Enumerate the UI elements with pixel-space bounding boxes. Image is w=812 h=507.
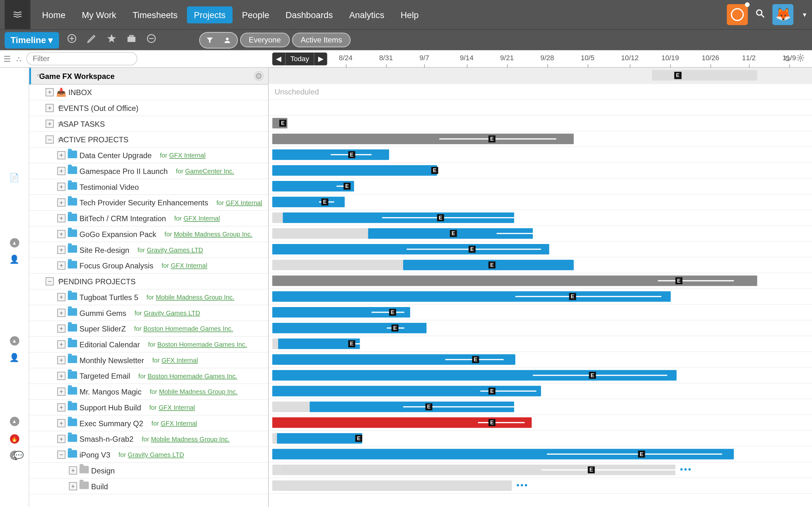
tree-row[interactable]: +Targeted Emailfor Boston Homemade Games… xyxy=(29,368,268,384)
gantt-bar-pre[interactable] xyxy=(272,481,281,491)
more-indicator-icon[interactable]: ••• xyxy=(680,464,692,474)
gantt-bar[interactable]: E xyxy=(272,307,410,318)
client-link[interactable]: GFX Internal xyxy=(171,262,207,269)
expand-toggle[interactable]: + xyxy=(46,88,54,96)
gantt-bar[interactable]: E xyxy=(403,260,574,270)
gantt-bar-pre[interactable] xyxy=(272,338,278,349)
tree-row[interactable]: −iPong V3for Gravity Games LTD xyxy=(29,447,268,463)
gantt-bar[interactable]: E xyxy=(272,386,541,396)
hierarchy-icon[interactable]: ⛬ xyxy=(14,54,23,63)
gantt-bar[interactable]: E xyxy=(272,370,676,381)
gantt-bar[interactable]: E xyxy=(278,338,360,349)
nav-timesheets[interactable]: Timesheets xyxy=(125,6,185,23)
gantt-bar-pre[interactable] xyxy=(272,212,283,223)
expand-toggle[interactable]: − xyxy=(46,135,54,144)
gantt-bar[interactable]: E xyxy=(272,291,670,302)
client-link[interactable]: GFX Internal xyxy=(183,215,220,222)
gantt-bar[interactable]: E xyxy=(272,275,757,286)
client-link[interactable]: Mobile Madness Group Inc. xyxy=(156,294,235,301)
add-button[interactable] xyxy=(65,33,79,47)
client-link[interactable]: Mobile Madness Group Inc. xyxy=(151,435,230,442)
expand-toggle[interactable]: + xyxy=(57,199,66,207)
client-link[interactable]: GFX Internal xyxy=(159,404,195,411)
tree-row[interactable]: +Monthly Newsletterfor GFX Internal xyxy=(29,353,268,369)
gantt-bar[interactable]: E xyxy=(310,401,514,412)
client-link[interactable]: Mobile Madness Group Inc. xyxy=(174,231,252,238)
client-link[interactable]: Gravity Games LTD xyxy=(128,451,184,458)
gutter-status-icon[interactable]: 👤 xyxy=(9,255,19,264)
client-link[interactable]: GFX Internal xyxy=(226,199,262,206)
gutter-status-icon[interactable]: ▲ xyxy=(9,238,19,247)
gantt-bar[interactable] xyxy=(281,481,512,491)
expand-toggle[interactable]: + xyxy=(57,340,66,349)
expand-toggle[interactable]: + xyxy=(57,245,66,254)
gantt-bar-pre[interactable] xyxy=(272,401,310,412)
tree-row[interactable]: +Super SliderZfor Boston Homemade Games … xyxy=(29,321,268,337)
expand-toggle[interactable]: + xyxy=(57,372,66,380)
gantt-bar-pre[interactable] xyxy=(272,260,403,270)
app-logo[interactable] xyxy=(5,0,31,29)
client-link[interactable]: Boston Homemade Games Inc. xyxy=(143,325,233,332)
list-view-icon[interactable]: ☰ xyxy=(3,54,11,63)
gantt-bar[interactable]: E xyxy=(272,134,573,144)
people-filter-button[interactable] xyxy=(218,34,236,47)
nav-analytics[interactable]: Analytics xyxy=(342,6,392,23)
expand-toggle[interactable]: + xyxy=(57,403,66,412)
tree-row[interactable]: +📥INBOX xyxy=(29,84,268,101)
expand-toggle[interactable]: + xyxy=(69,466,77,475)
expand-toggle[interactable]: + xyxy=(57,230,66,238)
more-indicator-icon[interactable]: ••• xyxy=(516,481,528,490)
filter-icon-button[interactable] xyxy=(201,34,218,47)
nav-projects[interactable]: Projects xyxy=(187,6,233,23)
gantt-bar[interactable]: E xyxy=(272,244,549,255)
gantt-bar[interactable]: E xyxy=(272,165,437,176)
nav-help[interactable]: Help xyxy=(394,6,426,23)
client-link[interactable]: GFX Internal xyxy=(161,356,198,363)
client-link[interactable]: Boston Homemade Games Inc. xyxy=(148,372,237,379)
tree-row[interactable]: +Build xyxy=(29,478,268,494)
user-avatar[interactable]: 🦊 xyxy=(772,4,793,25)
search-button[interactable] xyxy=(755,8,765,21)
tree-row[interactable]: +GoGo Expansion Packfor Mobile Madness G… xyxy=(29,227,268,242)
gantt-bar[interactable]: E xyxy=(272,181,354,191)
tree-row[interactable]: +Testimonial Video xyxy=(29,179,268,195)
gantt-bar[interactable]: E xyxy=(277,433,362,444)
tree-row[interactable]: +Site Re-designfor Gravity Games LTD xyxy=(29,242,268,258)
gantt-bar[interactable]: E xyxy=(652,70,757,80)
expand-toggle[interactable]: + xyxy=(46,120,54,128)
expand-toggle[interactable]: + xyxy=(57,293,66,301)
tree-row[interactable]: +BitTech / CRM Integrationfor GFX Intern… xyxy=(29,211,268,227)
gantt-bar[interactable]: E xyxy=(272,150,389,160)
gutter-status-icon[interactable]: ▲ xyxy=(9,417,19,426)
prev-button[interactable]: ◀ xyxy=(272,55,285,63)
expand-toggle[interactable]: + xyxy=(57,262,66,270)
tree-row[interactable]: +Tugboat Turtles 5for Mobile Madness Gro… xyxy=(29,290,268,305)
user-menu-caret[interactable]: ▼ xyxy=(802,11,807,18)
expand-toggle[interactable]: + xyxy=(57,419,66,428)
briefcase-button[interactable] xyxy=(124,33,138,47)
tree-row[interactable]: +Editorial Calendarfor Boston Homemade G… xyxy=(29,337,268,353)
nav-my-work[interactable]: My Work xyxy=(75,6,123,23)
gutter-status-icon[interactable]: ▲ xyxy=(9,336,19,345)
nav-home[interactable]: Home xyxy=(35,6,72,23)
tree-row[interactable]: +Tech Provider Security Enhancementsfor … xyxy=(29,195,268,211)
expand-toggle[interactable]: + xyxy=(57,183,66,191)
gutter-status-icon[interactable]: 📄 xyxy=(9,173,19,182)
client-link[interactable]: GFX Internal xyxy=(161,419,197,427)
gantt-bar[interactable]: E xyxy=(272,417,531,428)
tree-row[interactable]: +Support Hub Buildfor GFX Internal xyxy=(29,400,268,416)
tree-row[interactable]: −PENDING PROJECTS xyxy=(29,274,268,290)
tree-row[interactable]: +Gamespace Pro II Launchfor GameCenter I… xyxy=(29,164,268,179)
view-selector[interactable]: Timeline ▾ xyxy=(5,32,59,48)
gantt-bar-pre[interactable] xyxy=(272,228,368,239)
client-link[interactable]: GameCenter Inc. xyxy=(185,168,234,175)
expand-toggle[interactable]: + xyxy=(57,388,66,396)
tree-row[interactable]: +ASAP TASKS xyxy=(29,116,268,132)
expand-toggle[interactable]: + xyxy=(57,214,66,222)
client-link[interactable]: Gravity Games LTD xyxy=(144,309,200,316)
client-link[interactable]: Gravity Games LTD xyxy=(147,246,203,253)
gutter-status-icon[interactable]: 🔥 xyxy=(9,434,19,443)
tree-row[interactable]: +EVENTS (Out of Office) xyxy=(29,101,268,116)
nav-people[interactable]: People xyxy=(235,6,276,23)
expand-toggle[interactable]: + xyxy=(57,356,66,364)
